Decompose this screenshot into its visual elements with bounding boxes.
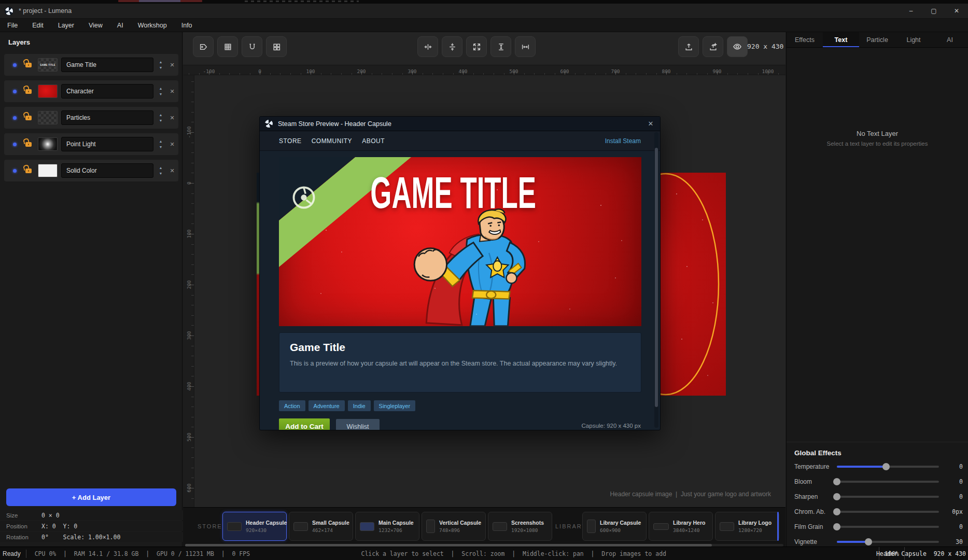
menu-item[interactable]: Workshop bbox=[131, 19, 174, 32]
slider-thumb[interactable] bbox=[865, 538, 872, 545]
capsule-card[interactable]: Screenshots 1920×1080 bbox=[488, 512, 552, 541]
unlock-icon[interactable] bbox=[25, 63, 32, 67]
menu-item[interactable]: Info bbox=[174, 19, 200, 32]
effect-slider[interactable] bbox=[837, 496, 939, 498]
tag-pill[interactable]: Indie bbox=[348, 400, 371, 411]
canvas-area[interactable]: 920 x 430 -10001002003004005006007008009… bbox=[183, 32, 785, 547]
layer-visibility-dot[interactable] bbox=[13, 116, 17, 120]
snap-toggle-button[interactable] bbox=[242, 36, 262, 57]
align-vertical-button[interactable] bbox=[442, 36, 462, 57]
move-layer-up-icon[interactable]: ▲ bbox=[159, 113, 163, 117]
effect-slider[interactable] bbox=[837, 526, 939, 528]
menu-item[interactable]: View bbox=[81, 19, 110, 32]
install-steam-link[interactable]: Install Steam bbox=[605, 137, 641, 145]
layer-row[interactable]: GAME TITLE Game Title ▲ ▼ ✕ bbox=[4, 54, 178, 76]
layer-name-field[interactable]: Character bbox=[61, 84, 153, 99]
delete-layer-icon[interactable]: ✕ bbox=[166, 115, 178, 121]
add-to-cart-button[interactable]: Add to Cart bbox=[279, 418, 330, 430]
tag-pill[interactable]: Singleplayer bbox=[374, 400, 416, 411]
layer-row[interactable]: Point Light ▲ ▼ ✕ bbox=[4, 133, 178, 155]
scrollbar-thumb[interactable] bbox=[655, 148, 658, 407]
layer-visibility-dot[interactable] bbox=[13, 143, 17, 146]
menu-item[interactable]: Edit bbox=[25, 19, 51, 32]
grid-toggle-button[interactable] bbox=[217, 36, 238, 57]
move-layer-down-icon[interactable]: ▼ bbox=[159, 92, 163, 96]
properties-tab[interactable]: Light bbox=[895, 32, 932, 47]
dialog-close-icon[interactable]: ✕ bbox=[641, 120, 660, 128]
move-layer-down-icon[interactable]: ▼ bbox=[159, 172, 163, 175]
close-button[interactable]: ✕ bbox=[945, 4, 968, 18]
fit-view-button[interactable] bbox=[466, 36, 487, 57]
delete-layer-icon[interactable]: ✕ bbox=[166, 167, 178, 174]
unlock-icon[interactable] bbox=[25, 142, 32, 147]
effect-slider[interactable] bbox=[837, 511, 939, 513]
properties-tab[interactable]: AI bbox=[932, 32, 968, 47]
delete-layer-icon[interactable]: ✕ bbox=[166, 141, 178, 148]
capsule-card[interactable]: Library Hero 3840×1240 bbox=[649, 512, 713, 541]
steam-nav-link[interactable]: ABOUT bbox=[362, 137, 385, 145]
capsule-card[interactable]: Library Capsule 600×900 bbox=[582, 512, 647, 541]
properties-tab[interactable]: Text bbox=[823, 32, 859, 47]
steam-nav-link[interactable]: STORE bbox=[279, 137, 302, 145]
export-button[interactable] bbox=[678, 36, 699, 57]
unlock-icon[interactable] bbox=[25, 169, 32, 173]
unlock-icon[interactable] bbox=[25, 116, 32, 120]
capsule-card[interactable]: Vertical Capsule 748×896 bbox=[422, 512, 486, 541]
capsule-card[interactable]: Small Capsule 462×174 bbox=[289, 512, 353, 541]
capsule-card[interactable]: Header Capsule 920×430 bbox=[222, 512, 287, 541]
unlock-icon[interactable] bbox=[25, 89, 32, 94]
properties-tab[interactable]: Particle bbox=[859, 32, 895, 47]
layer-name-field[interactable]: Point Light bbox=[61, 137, 153, 151]
layer-name-field[interactable]: Solid Color bbox=[61, 163, 153, 178]
artwork-sparkles bbox=[661, 173, 662, 174]
global-effects-section: Global Effects Temperature 0 Bloom bbox=[787, 442, 968, 549]
move-layer-up-icon[interactable]: ▲ bbox=[159, 87, 163, 90]
dialog-titlebar[interactable]: Steam Store Preview - Header Capsule ✕ bbox=[260, 117, 660, 131]
layer-name-field[interactable]: Game Title bbox=[61, 58, 153, 72]
layer-row[interactable]: Particles ▲ ▼ ✕ bbox=[4, 107, 178, 129]
slider-thumb[interactable] bbox=[833, 478, 840, 485]
layout-button[interactable] bbox=[266, 36, 287, 57]
layer-visibility-dot[interactable] bbox=[13, 63, 17, 67]
layer-visibility-dot[interactable] bbox=[13, 90, 17, 93]
effect-slider[interactable] bbox=[837, 481, 939, 483]
capsule-card[interactable]: Library Logo 1280×720 bbox=[715, 512, 779, 541]
slider-thumb[interactable] bbox=[833, 493, 840, 500]
minimize-button[interactable]: – bbox=[900, 4, 922, 18]
slider-thumb[interactable] bbox=[833, 523, 840, 530]
delete-layer-icon[interactable]: ✕ bbox=[166, 88, 178, 95]
delete-layer-icon[interactable]: ✕ bbox=[166, 62, 178, 68]
dialog-scrollbar[interactable] bbox=[654, 132, 658, 428]
layer-row[interactable]: Solid Color ▲ ▼ ✕ bbox=[4, 160, 178, 181]
menu-item[interactable]: AI bbox=[110, 19, 131, 32]
capsule-card[interactable]: Main Capsule 1232×706 bbox=[355, 512, 419, 541]
slider-thumb[interactable] bbox=[833, 508, 840, 515]
menu-item[interactable]: File bbox=[0, 19, 25, 32]
add-layer-button[interactable]: + Add Layer bbox=[6, 488, 176, 506]
maximize-button[interactable]: ▢ bbox=[922, 4, 945, 18]
move-layer-up-icon[interactable]: ▲ bbox=[159, 166, 163, 170]
tag-pill[interactable]: Action bbox=[279, 400, 305, 411]
wishlist-button[interactable]: Wishlist bbox=[336, 419, 380, 430]
distribute-horizontal-button[interactable] bbox=[515, 36, 536, 57]
steam-nav-link[interactable]: COMMUNITY bbox=[312, 137, 353, 145]
menu-item[interactable]: Layer bbox=[51, 19, 81, 32]
preview-button[interactable] bbox=[727, 36, 748, 57]
move-layer-down-icon[interactable]: ▼ bbox=[159, 119, 163, 122]
tag-tool-button[interactable] bbox=[193, 36, 214, 57]
align-horizontal-button[interactable] bbox=[417, 36, 438, 57]
move-layer-up-icon[interactable]: ▲ bbox=[159, 60, 163, 64]
layer-visibility-dot[interactable] bbox=[13, 169, 17, 173]
move-layer-down-icon[interactable]: ▼ bbox=[159, 66, 163, 69]
layer-name-field[interactable]: Particles bbox=[61, 110, 153, 125]
slider-thumb[interactable] bbox=[882, 463, 890, 470]
distribute-vertical-button[interactable] bbox=[490, 36, 511, 57]
move-layer-up-icon[interactable]: ▲ bbox=[159, 139, 163, 143]
tag-pill[interactable]: Adventure bbox=[308, 400, 345, 411]
move-layer-down-icon[interactable]: ▼ bbox=[159, 145, 163, 149]
properties-tab[interactable]: Effects bbox=[787, 32, 823, 47]
export-preset-button[interactable] bbox=[703, 36, 723, 57]
layer-row[interactable]: Character ▲ ▼ ✕ bbox=[4, 80, 178, 102]
effect-slider[interactable] bbox=[837, 466, 939, 468]
effect-slider[interactable] bbox=[837, 541, 939, 543]
